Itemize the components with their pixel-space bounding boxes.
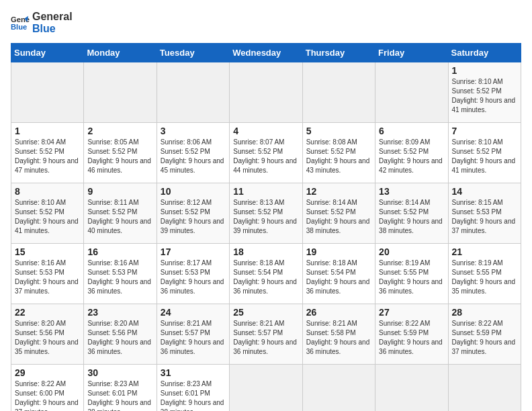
day-info: Sunrise: 8:21 AMSunset: 5:57 PMDaylight:… (233, 319, 298, 357)
calendar-cell: 5Sunrise: 8:08 AMSunset: 5:52 PMDaylight… (302, 123, 375, 183)
day-info: Sunrise: 8:18 AMSunset: 5:54 PMDaylight:… (233, 259, 298, 296)
day-info: Sunrise: 8:22 AMSunset: 5:59 PMDaylight:… (379, 319, 444, 357)
calendar-cell: 17Sunrise: 8:17 AMSunset: 5:53 PMDayligh… (157, 244, 229, 304)
day-number: 5 (306, 126, 371, 136)
logo-line2: Blue (32, 23, 73, 35)
svg-text:Blue: Blue (11, 23, 27, 31)
calendar-cell: 1Sunrise: 8:10 AMSunset: 5:52 PMDaylight… (448, 62, 521, 123)
calendar-cell (375, 62, 448, 123)
day-number: 10 (161, 186, 226, 197)
day-number: 19 (306, 246, 371, 257)
day-number: 24 (161, 307, 226, 318)
calendar-cell: 20Sunrise: 8:19 AMSunset: 5:55 PMDayligh… (375, 244, 448, 304)
calendar-cell: 8Sunrise: 8:10 AMSunset: 5:52 PMDaylight… (11, 183, 84, 244)
calendar-cell (230, 365, 302, 412)
day-number: 17 (161, 246, 226, 257)
calendar-cell: 25Sunrise: 8:21 AMSunset: 5:57 PMDayligh… (230, 304, 302, 365)
calendar-cell: 7Sunrise: 8:10 AMSunset: 5:52 PMDaylight… (448, 123, 521, 183)
day-info: Sunrise: 8:07 AMSunset: 5:52 PMDaylight:… (233, 138, 298, 175)
col-header-saturday: Saturday (448, 44, 521, 62)
day-number: 8 (15, 186, 80, 197)
day-info: Sunrise: 8:09 AMSunset: 5:52 PMDaylight:… (379, 138, 444, 175)
logo-icon: General Blue (11, 13, 30, 32)
col-header-tuesday: Tuesday (157, 44, 229, 62)
day-info: Sunrise: 8:18 AMSunset: 5:54 PMDaylight:… (306, 259, 371, 296)
calendar-cell (157, 62, 229, 123)
day-info: Sunrise: 8:06 AMSunset: 5:52 PMDaylight:… (161, 138, 226, 175)
day-info: Sunrise: 8:21 AMSunset: 5:58 PMDaylight:… (306, 319, 371, 357)
day-number: 6 (379, 126, 444, 136)
day-number: 1 (15, 126, 80, 136)
day-number: 4 (233, 126, 298, 136)
day-info: Sunrise: 8:10 AMSunset: 5:52 PMDaylight:… (452, 138, 517, 175)
day-number: 28 (452, 307, 517, 318)
day-info: Sunrise: 8:14 AMSunset: 5:52 PMDaylight:… (379, 198, 444, 236)
calendar-cell: 28Sunrise: 8:22 AMSunset: 5:59 PMDayligh… (448, 304, 521, 365)
day-info: Sunrise: 8:23 AMSunset: 6:01 PMDaylight:… (161, 379, 226, 411)
day-info: Sunrise: 8:14 AMSunset: 5:52 PMDaylight:… (306, 198, 371, 236)
calendar-cell: 15Sunrise: 8:16 AMSunset: 5:53 PMDayligh… (11, 244, 84, 304)
day-number: 3 (161, 126, 226, 136)
col-header-sunday: Sunday (11, 44, 84, 62)
day-number: 22 (15, 307, 80, 318)
calendar-cell (84, 62, 157, 123)
calendar-cell: 22Sunrise: 8:20 AMSunset: 5:56 PMDayligh… (11, 304, 84, 365)
day-info: Sunrise: 8:17 AMSunset: 5:53 PMDaylight:… (161, 259, 226, 296)
day-number: 1 (452, 65, 517, 76)
calendar-cell: 10Sunrise: 8:12 AMSunset: 5:52 PMDayligh… (157, 183, 229, 244)
calendar-cell: 21Sunrise: 8:19 AMSunset: 5:55 PMDayligh… (448, 244, 521, 304)
day-info: Sunrise: 8:22 AMSunset: 5:59 PMDaylight:… (452, 319, 517, 357)
day-info: Sunrise: 8:16 AMSunset: 5:53 PMDaylight:… (15, 259, 80, 296)
day-info: Sunrise: 8:13 AMSunset: 5:52 PMDaylight:… (233, 198, 298, 236)
day-info: Sunrise: 8:16 AMSunset: 5:53 PMDaylight:… (87, 259, 152, 296)
day-info: Sunrise: 8:11 AMSunset: 5:52 PMDaylight:… (87, 198, 152, 236)
day-info: Sunrise: 8:19 AMSunset: 5:55 PMDaylight:… (452, 259, 517, 296)
day-number: 13 (379, 186, 444, 197)
day-number: 15 (15, 246, 80, 257)
day-number: 16 (87, 246, 152, 257)
calendar-cell: 14Sunrise: 8:15 AMSunset: 5:53 PMDayligh… (448, 183, 521, 244)
calendar-cell: 16Sunrise: 8:16 AMSunset: 5:53 PMDayligh… (84, 244, 157, 304)
day-number: 11 (233, 186, 298, 197)
calendar-cell: 12Sunrise: 8:14 AMSunset: 5:52 PMDayligh… (302, 183, 375, 244)
day-info: Sunrise: 8:21 AMSunset: 5:57 PMDaylight:… (161, 319, 226, 357)
calendar-cell: 13Sunrise: 8:14 AMSunset: 5:52 PMDayligh… (375, 183, 448, 244)
calendar-cell (230, 62, 302, 123)
calendar-cell: 19Sunrise: 8:18 AMSunset: 5:54 PMDayligh… (302, 244, 375, 304)
col-header-monday: Monday (84, 44, 157, 62)
day-info: Sunrise: 8:22 AMSunset: 6:00 PMDaylight:… (15, 379, 80, 411)
calendar-cell: 31Sunrise: 8:23 AMSunset: 6:01 PMDayligh… (157, 365, 229, 412)
day-number: 30 (87, 367, 152, 378)
day-number: 20 (379, 246, 444, 257)
day-info: Sunrise: 8:10 AMSunset: 5:52 PMDaylight:… (452, 77, 517, 115)
calendar-cell (448, 365, 521, 412)
day-number: 23 (87, 307, 152, 318)
day-number: 25 (233, 307, 298, 318)
calendar-cell: 27Sunrise: 8:22 AMSunset: 5:59 PMDayligh… (375, 304, 448, 365)
day-info: Sunrise: 8:20 AMSunset: 5:56 PMDaylight:… (87, 319, 152, 357)
calendar-cell: 9Sunrise: 8:11 AMSunset: 5:52 PMDaylight… (84, 183, 157, 244)
day-number: 18 (233, 246, 298, 257)
calendar-cell: 24Sunrise: 8:21 AMSunset: 5:57 PMDayligh… (157, 304, 229, 365)
day-number: 29 (15, 367, 80, 378)
calendar-cell: 23Sunrise: 8:20 AMSunset: 5:56 PMDayligh… (84, 304, 157, 365)
calendar-cell: 11Sunrise: 8:13 AMSunset: 5:52 PMDayligh… (230, 183, 302, 244)
calendar-cell (11, 62, 84, 123)
day-info: Sunrise: 8:10 AMSunset: 5:52 PMDaylight:… (15, 198, 80, 236)
calendar-cell: 1Sunrise: 8:04 AMSunset: 5:52 PMDaylight… (11, 123, 84, 183)
day-number: 12 (306, 186, 371, 197)
day-info: Sunrise: 8:04 AMSunset: 5:52 PMDaylight:… (15, 138, 80, 175)
col-header-friday: Friday (375, 44, 448, 62)
day-info: Sunrise: 8:23 AMSunset: 6:01 PMDaylight:… (87, 379, 152, 411)
calendar-cell (302, 62, 375, 123)
calendar-cell: 4Sunrise: 8:07 AMSunset: 5:52 PMDaylight… (230, 123, 302, 183)
day-info: Sunrise: 8:12 AMSunset: 5:52 PMDaylight:… (161, 198, 226, 236)
col-header-wednesday: Wednesday (230, 44, 302, 62)
day-info: Sunrise: 8:20 AMSunset: 5:56 PMDaylight:… (15, 319, 80, 357)
calendar-cell: 29Sunrise: 8:22 AMSunset: 6:00 PMDayligh… (11, 365, 84, 412)
calendar-cell: 26Sunrise: 8:21 AMSunset: 5:58 PMDayligh… (302, 304, 375, 365)
calendar-table: SundayMondayTuesdayWednesdayThursdayFrid… (11, 43, 521, 411)
header: General Blue General Blue (11, 11, 521, 35)
day-number: 7 (452, 126, 517, 136)
day-info: Sunrise: 8:19 AMSunset: 5:55 PMDaylight:… (379, 259, 444, 296)
